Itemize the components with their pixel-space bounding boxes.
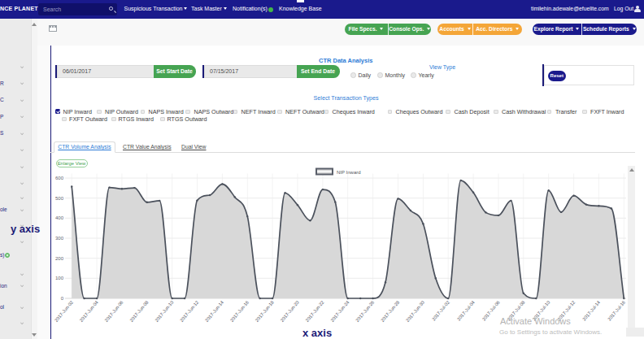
svg-text:2017-Jun-06: 2017-Jun-06 [104, 300, 124, 323]
svg-text:2017-Jun-26: 2017-Jun-26 [355, 300, 375, 323]
svg-text:2017-Jun-02: 2017-Jun-02 [54, 300, 74, 323]
svg-text:NIP Inward: NIP Inward [337, 170, 361, 175]
svg-text:2017-Jul-04: 2017-Jul-04 [456, 300, 476, 322]
svg-text:2017-Jun-18: 2017-Jun-18 [255, 300, 275, 323]
svg-text:2017-Jun-12: 2017-Jun-12 [179, 300, 199, 323]
svg-text:2017-Jun-28: 2017-Jun-28 [380, 300, 400, 323]
svg-text:2017-Jul-14: 2017-Jul-14 [581, 300, 601, 322]
svg-text:2017-Jun-14: 2017-Jun-14 [204, 300, 224, 323]
svg-text:0: 0 [61, 296, 64, 301]
svg-text:2017-Jun-30: 2017-Jun-30 [405, 300, 425, 323]
svg-text:2017-Jul-16: 2017-Jul-16 [607, 300, 626, 322]
svg-text:2017-Jun-22: 2017-Jun-22 [305, 300, 325, 323]
svg-text:400: 400 [55, 215, 64, 220]
svg-text:2017-Jul-06: 2017-Jul-06 [481, 300, 501, 322]
svg-text:2017-Jun-04: 2017-Jun-04 [79, 300, 99, 323]
svg-text:2017-Jun-16: 2017-Jun-16 [229, 300, 250, 323]
svg-text:600: 600 [55, 176, 64, 180]
svg-text:100: 100 [55, 276, 64, 280]
svg-text:2017-Jun-10: 2017-Jun-10 [154, 300, 174, 323]
svg-text:2017-Jun-24: 2017-Jun-24 [329, 300, 350, 323]
svg-text:2017-Jun-08: 2017-Jun-08 [128, 300, 149, 323]
svg-text:2017-Jun-20: 2017-Jun-20 [280, 300, 300, 323]
svg-text:500: 500 [55, 196, 64, 201]
svg-text:200: 200 [55, 256, 64, 261]
svg-text:300: 300 [55, 236, 64, 241]
svg-text:2017-Jul-02: 2017-Jul-02 [431, 300, 450, 322]
